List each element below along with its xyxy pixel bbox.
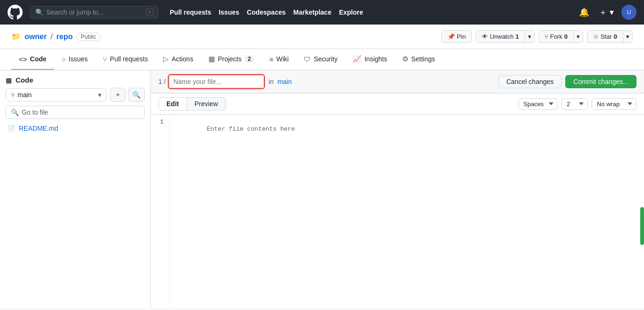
repo-owner[interactable]: owner bbox=[25, 33, 47, 41]
sidebar-header: ▦ Code bbox=[6, 76, 145, 84]
branch-link[interactable]: main bbox=[278, 78, 292, 85]
line-number-1: 1 bbox=[157, 118, 164, 126]
editor-options: Spaces 2 No wrap Soft wrap bbox=[518, 98, 636, 110]
cancel-changes-button[interactable]: Cancel changes bbox=[498, 75, 561, 88]
unwatch-dropdown[interactable]: ▾ bbox=[525, 30, 535, 43]
tab-preview[interactable]: Preview bbox=[187, 97, 226, 110]
new-button[interactable]: ＋ ▾ bbox=[597, 5, 616, 20]
code-content[interactable]: Enter file contents here bbox=[170, 115, 644, 308]
nav-explore[interactable]: Explore bbox=[339, 8, 363, 16]
search-icon: 🔍 bbox=[11, 109, 19, 116]
repo-visibility-badge: Public bbox=[76, 33, 100, 41]
tab-issues[interactable]: ○ Issues bbox=[54, 49, 96, 70]
nav-marketplace[interactable]: Marketplace bbox=[293, 8, 331, 16]
repo-nav: <> Code ○ Issues ⑂ Pull requests ▷ Actio… bbox=[0, 49, 644, 70]
fork-icon: ⑂ bbox=[545, 33, 548, 40]
repo-icon: 📁 bbox=[11, 32, 21, 41]
tab-insights[interactable]: 📈 Insights bbox=[345, 49, 395, 70]
tab-settings[interactable]: ⚙ Settings bbox=[395, 49, 443, 70]
add-file-button[interactable]: ＋ bbox=[110, 88, 125, 102]
spaces-select[interactable]: Spaces bbox=[518, 98, 558, 110]
fork-dropdown[interactable]: ▾ bbox=[574, 30, 583, 43]
sidebar-actions: ＋ 🔍 bbox=[110, 88, 145, 102]
pin-button[interactable]: 📌 Pin bbox=[441, 30, 472, 43]
file-name-input[interactable] bbox=[169, 75, 264, 88]
in-label: in bbox=[269, 78, 274, 85]
slash-badge: / bbox=[146, 8, 153, 16]
repo-name[interactable]: repo bbox=[57, 33, 73, 41]
nav-codespaces[interactable]: Codespaces bbox=[247, 8, 286, 16]
top-navigation: 🔍 / Pull requests Issues Codespaces Mark… bbox=[0, 0, 644, 25]
security-icon: 🛡 bbox=[304, 55, 311, 63]
tab-code[interactable]: <> Code bbox=[11, 49, 54, 70]
repo-header: 📁 owner / repo Public 📌 Pin 👁 Unwatch 1 … bbox=[0, 25, 644, 49]
fork-button[interactable]: ⑂ Fork 0 bbox=[538, 30, 574, 43]
star-icon: ☆ bbox=[593, 33, 599, 40]
github-logo-icon[interactable] bbox=[8, 5, 23, 20]
avatar[interactable]: U bbox=[621, 5, 636, 20]
code-icon: <> bbox=[19, 55, 27, 63]
search-input[interactable] bbox=[46, 8, 143, 16]
star-group: ☆ Star 0 ▾ bbox=[587, 30, 633, 43]
notifications-button[interactable]: 🔔 bbox=[577, 5, 591, 19]
search-icon: 🔍 bbox=[35, 8, 43, 16]
fork-group: ⑂ Fork 0 ▾ bbox=[538, 30, 583, 43]
pin-group: 📌 Pin bbox=[441, 30, 472, 43]
path-number: 1 bbox=[158, 78, 162, 85]
editor-buttons: Cancel changes Commit changes... bbox=[498, 75, 636, 88]
search-file-button[interactable]: 🔍 bbox=[128, 88, 145, 102]
repo-name-area: 📁 owner / repo Public bbox=[11, 32, 100, 41]
projects-icon: ▦ bbox=[208, 55, 215, 63]
tab-wiki[interactable]: ≡ Wiki bbox=[262, 49, 296, 70]
path-separator: / bbox=[164, 78, 166, 85]
list-item[interactable]: 📄 README.md bbox=[6, 123, 145, 134]
branch-selector-row: ⑂ main ▾ ＋ 🔍 bbox=[6, 88, 145, 102]
pr-icon: ⑂ bbox=[103, 55, 107, 63]
branch-selector[interactable]: ⑂ main ▾ bbox=[6, 88, 107, 101]
spaces-count-select[interactable]: 2 bbox=[561, 98, 588, 110]
eye-icon: 👁 bbox=[482, 33, 488, 40]
scrollbar-indicator bbox=[640, 207, 644, 245]
git-branch-icon: ⑂ bbox=[11, 91, 15, 99]
editor-header: 1 / in main Cancel changes Commit change… bbox=[151, 70, 644, 93]
edit-preview-tabs: Edit Preview bbox=[158, 97, 226, 110]
file-name[interactable]: README.md bbox=[19, 125, 58, 132]
insights-icon: 📈 bbox=[353, 55, 362, 63]
placeholder-text: Enter file contents here bbox=[206, 126, 295, 133]
file-name-input-wrapper bbox=[168, 74, 265, 89]
code-editor[interactable]: 1 Enter file contents here bbox=[151, 115, 644, 308]
unwatch-button[interactable]: 👁 Unwatch 1 bbox=[476, 30, 525, 43]
main-content: ▦ Code ⑂ main ▾ ＋ 🔍 🔍 📄 README.md bbox=[0, 70, 644, 308]
sidebar: ▦ Code ⑂ main ▾ ＋ 🔍 🔍 📄 README.md bbox=[0, 70, 151, 308]
topnav-links: Pull requests Issues Codespaces Marketpl… bbox=[170, 8, 363, 16]
file-icon: 📄 bbox=[8, 125, 15, 132]
chevron-down-icon: ▾ bbox=[98, 91, 101, 99]
file-path: 1 / in main bbox=[158, 74, 292, 89]
unwatch-group: 👁 Unwatch 1 ▾ bbox=[476, 30, 535, 43]
tab-projects[interactable]: ▦ Projects 2 bbox=[201, 49, 262, 70]
tab-pull-requests[interactable]: ⑂ Pull requests bbox=[95, 49, 156, 70]
pin-icon: 📌 bbox=[447, 33, 455, 40]
line-numbers: 1 bbox=[151, 115, 170, 308]
go-to-file-input[interactable] bbox=[22, 109, 140, 116]
nav-issues[interactable]: Issues bbox=[219, 8, 239, 16]
commit-changes-button[interactable]: Commit changes... bbox=[565, 75, 636, 88]
sidebar-code-label: Code bbox=[16, 76, 33, 84]
editor-area: 1 / in main Cancel changes Commit change… bbox=[151, 70, 644, 308]
star-button[interactable]: ☆ Star 0 bbox=[587, 30, 623, 43]
star-dropdown[interactable]: ▾ bbox=[623, 30, 633, 43]
actions-icon: ▷ bbox=[163, 55, 169, 63]
wiki-icon: ≡ bbox=[269, 55, 273, 63]
search-box[interactable]: 🔍 / bbox=[30, 6, 158, 18]
go-to-file-search[interactable]: 🔍 bbox=[6, 106, 145, 119]
tab-actions[interactable]: ▷ Actions bbox=[156, 49, 201, 70]
wrap-select[interactable]: No wrap Soft wrap bbox=[592, 98, 636, 110]
issues-icon: ○ bbox=[62, 55, 66, 63]
settings-icon: ⚙ bbox=[402, 55, 408, 63]
topnav-right: 🔔 ＋ ▾ U bbox=[577, 5, 636, 20]
sidebar-panel-icon: ▦ bbox=[6, 76, 12, 84]
tab-security[interactable]: 🛡 Security bbox=[296, 49, 345, 70]
nav-pull-requests[interactable]: Pull requests bbox=[170, 8, 211, 16]
repo-slash: / bbox=[50, 33, 52, 41]
tab-edit[interactable]: Edit bbox=[158, 97, 187, 110]
